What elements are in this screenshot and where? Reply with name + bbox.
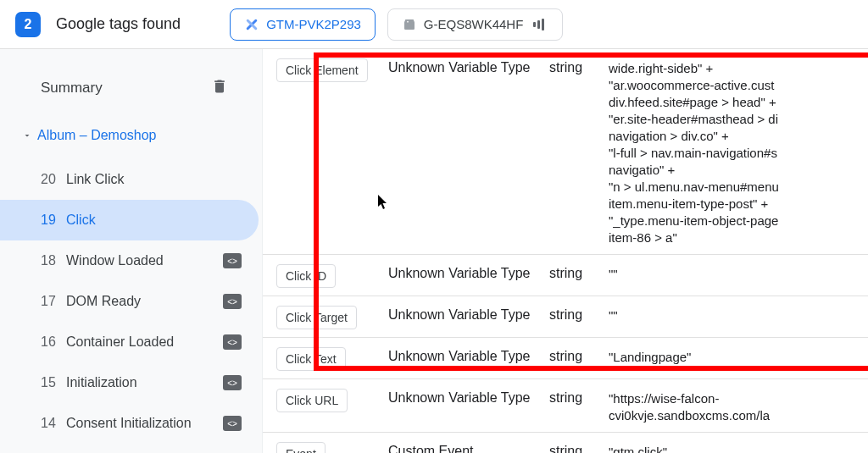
tag-tabs: GTM-PVK2P293G-EQS8WK44HF bbox=[230, 8, 563, 41]
event-row[interactable]: 20Link Click bbox=[0, 159, 259, 200]
variable-type: Unknown Variable Type bbox=[388, 57, 549, 75]
tab-label: GTM-PVK2P293 bbox=[266, 17, 361, 31]
variable-name-button[interactable]: Click URL bbox=[276, 389, 348, 412]
return-type: string bbox=[549, 387, 609, 406]
variable-type: Unknown Variable Type bbox=[388, 345, 549, 364]
summary-title: 2 Google tags found bbox=[15, 12, 181, 37]
page-title: Album – Demoshop bbox=[37, 128, 157, 143]
ga-tag-icon bbox=[402, 17, 417, 32]
sidebar: Summary Album – Demoshop 20Link Click19C… bbox=[0, 49, 263, 453]
variable-type: Custom Event bbox=[388, 440, 549, 453]
variable-value: "https://wise-falcon-cvi0kvje.sandboxcms… bbox=[609, 387, 868, 424]
tab-label: G-EQS8WK44HF bbox=[424, 17, 524, 31]
tree-header[interactable]: Album – Demoshop bbox=[0, 120, 262, 151]
event-number: 20 bbox=[41, 172, 66, 187]
variable-type: Unknown Variable Type bbox=[388, 262, 549, 281]
event-number: 18 bbox=[41, 253, 66, 268]
variable-type: Unknown Variable Type bbox=[388, 387, 549, 406]
event-label: Link Click bbox=[66, 172, 223, 187]
code-badge-icon: <> bbox=[223, 254, 242, 268]
variable-value: "Landingpage" bbox=[609, 345, 868, 366]
event-row[interactable]: 16Container Loaded<> bbox=[0, 322, 259, 362]
event-number: 17 bbox=[41, 294, 66, 309]
event-row[interactable]: 14Consent Initialization<> bbox=[0, 403, 259, 444]
variable-name-button[interactable]: Event bbox=[276, 442, 326, 453]
variable-name-button[interactable]: Click ID bbox=[276, 264, 336, 288]
return-type: string bbox=[549, 304, 609, 323]
variable-row: Click TextUnknown Variable Typestring"La… bbox=[263, 338, 868, 379]
variable-value: "" bbox=[609, 304, 868, 324]
event-number: 16 bbox=[41, 334, 66, 350]
variable-value: wide.right-sideb" + "ar.woocommerce-acti… bbox=[609, 57, 868, 246]
event-row[interactable]: 19Click bbox=[0, 200, 259, 240]
tag-count-badge: 2 bbox=[15, 12, 41, 37]
return-type: string bbox=[549, 345, 609, 364]
tags-found-label: Google tags found bbox=[56, 15, 181, 33]
return-type: string bbox=[549, 262, 609, 281]
variable-name-button[interactable]: Click Element bbox=[276, 58, 368, 82]
event-label: Consent Initialization bbox=[66, 416, 223, 431]
event-label: DOM Ready bbox=[66, 294, 223, 309]
variable-name-button[interactable]: Click Target bbox=[276, 306, 357, 329]
event-label: Container Loaded bbox=[66, 334, 223, 350]
variable-name-button[interactable]: Click Text bbox=[276, 347, 346, 371]
gtm-tag-icon bbox=[244, 17, 259, 32]
event-number: 14 bbox=[41, 416, 66, 431]
tag-tab[interactable]: GTM-PVK2P293 bbox=[230, 8, 376, 41]
variable-row: EventCustom Eventstring"gtm.click" bbox=[263, 433, 868, 453]
top-bar: 2 Google tags found GTM-PVK2P293G-EQS8WK… bbox=[0, 0, 868, 49]
event-label: Window Loaded bbox=[66, 253, 223, 268]
variable-type: Unknown Variable Type bbox=[388, 304, 549, 323]
event-number: 15 bbox=[41, 375, 66, 390]
variable-value: "" bbox=[609, 262, 868, 283]
code-badge-icon: <> bbox=[223, 417, 242, 430]
tag-tab[interactable]: G-EQS8WK44HF bbox=[387, 8, 564, 41]
variable-value: "gtm.click" bbox=[609, 440, 868, 453]
event-row[interactable]: 18Window Loaded<> bbox=[0, 240, 259, 281]
caret-down-icon bbox=[17, 130, 37, 141]
clear-icon[interactable] bbox=[211, 78, 228, 99]
variable-row: Click IDUnknown Variable Typestring"" bbox=[263, 255, 868, 296]
mouse-cursor-icon bbox=[377, 195, 389, 210]
event-row[interactable]: 15Initialization<> bbox=[0, 362, 259, 403]
code-badge-icon: <> bbox=[223, 376, 242, 389]
variable-row: Click URLUnknown Variable Typestring"htt… bbox=[263, 379, 868, 433]
event-row[interactable]: 17DOM Ready<> bbox=[0, 281, 259, 322]
return-type: string bbox=[549, 57, 609, 75]
event-number: 19 bbox=[41, 213, 66, 228]
variable-row: Click ElementUnknown Variable Typestring… bbox=[263, 49, 868, 255]
summary-label: Summary bbox=[41, 80, 103, 97]
variable-row: Click TargetUnknown Variable Typestring"… bbox=[263, 296, 868, 338]
report-bars-icon[interactable] bbox=[533, 17, 548, 32]
variables-panel: Click ElementUnknown Variable Typestring… bbox=[263, 49, 868, 453]
summary-row[interactable]: Summary bbox=[0, 73, 262, 103]
code-badge-icon: <> bbox=[223, 335, 242, 349]
code-badge-icon: <> bbox=[223, 295, 242, 308]
svg-point-2 bbox=[407, 20, 409, 22]
event-label: Click bbox=[66, 213, 223, 228]
return-type: string bbox=[549, 440, 609, 453]
event-label: Initialization bbox=[66, 375, 223, 390]
event-tree: Album – Demoshop 20Link Click19Click18Wi… bbox=[0, 120, 262, 444]
